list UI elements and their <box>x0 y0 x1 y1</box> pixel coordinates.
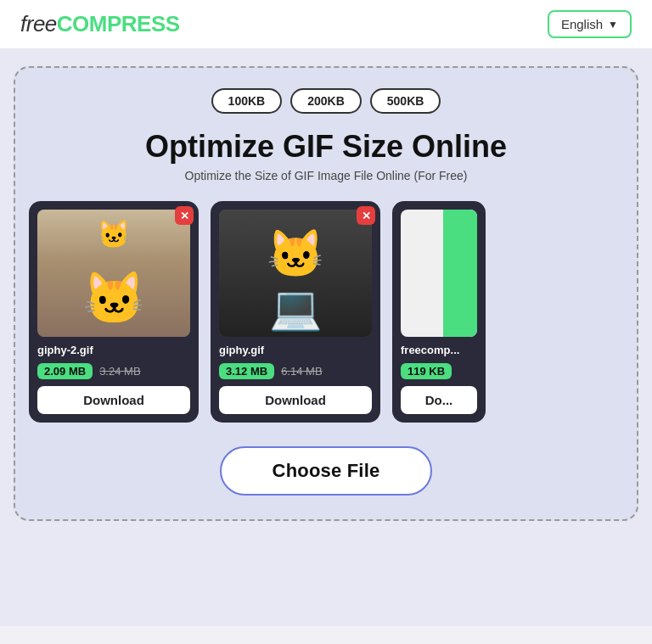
size-preset-100kb[interactable]: 100KB <box>211 88 283 114</box>
file-sizes-1: 2.09 MB 3.24 MB <box>37 363 190 379</box>
size-new-1: 2.09 MB <box>37 363 93 379</box>
size-new-3: 119 KB <box>401 363 452 379</box>
main-area: 100KB 200KB 500KB Optimize GIF Size Onli… <box>0 49 652 626</box>
file-card-1: ✕ giphy-2.gif 2.09 MB 3.24 MB Download <box>29 201 199 423</box>
file-thumbnail-2 <box>219 210 372 337</box>
size-old-2: 6.14 MB <box>281 365 322 378</box>
logo-compress: COMPRESS <box>57 11 180 36</box>
close-button-1[interactable]: ✕ <box>175 206 194 225</box>
language-label: English <box>561 17 603 31</box>
tool-container: 100KB 200KB 500KB Optimize GIF Size Onli… <box>14 66 638 521</box>
cat1-image <box>37 210 190 337</box>
header: freeCOMPRESS English ▼ <box>0 0 652 49</box>
logo-free: free <box>20 11 57 36</box>
chevron-down-icon: ▼ <box>608 19 618 31</box>
size-new-2: 3.12 MB <box>219 363 274 379</box>
file-name-2: giphy.gif <box>219 344 372 356</box>
size-preset-200kb[interactable]: 200KB <box>290 88 362 114</box>
size-presets: 100KB 200KB 500KB <box>211 88 441 114</box>
files-row: ✕ giphy-2.gif 2.09 MB 3.24 MB Download ✕… <box>29 201 623 423</box>
download-button-1[interactable]: Download <box>37 386 190 414</box>
download-button-2[interactable]: Download <box>219 386 372 414</box>
tool-subtitle: Optimize the Size of GIF Image File Onli… <box>185 169 468 182</box>
file-thumbnail-1 <box>37 210 190 337</box>
language-selector[interactable]: English ▼ <box>548 10 632 38</box>
cat2-image <box>219 210 372 337</box>
size-preset-500kb[interactable]: 500KB <box>370 88 441 114</box>
file-card-2: ✕ giphy.gif 3.12 MB 6.14 MB Download <box>211 201 380 423</box>
file-sizes-2: 3.12 MB 6.14 MB <box>219 363 372 379</box>
file-sizes-3: 119 KB <box>401 363 477 379</box>
size-old-1: 3.24 MB <box>99 365 140 378</box>
download-button-3[interactable]: Do... <box>401 386 477 414</box>
file-name-1: giphy-2.gif <box>37 344 190 356</box>
close-button-2[interactable]: ✕ <box>357 206 375 225</box>
tool-title: Optimize GIF Size Online <box>145 129 507 164</box>
cat3-image <box>401 210 477 337</box>
choose-file-button[interactable]: Choose File <box>220 446 433 496</box>
logo: freeCOMPRESS <box>20 11 180 37</box>
file-card-3: freecomp... 119 KB Do... <box>392 201 486 423</box>
file-name-3: freecomp... <box>401 344 477 356</box>
